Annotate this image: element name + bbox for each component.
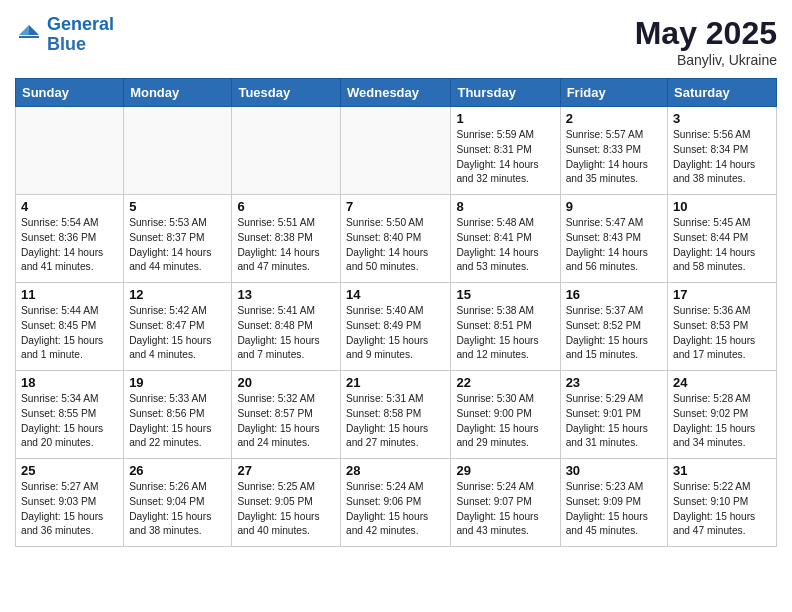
column-header-saturday: Saturday [668, 79, 777, 107]
day-info: Sunrise: 5:37 AMSunset: 8:52 PMDaylight:… [566, 304, 662, 363]
week-row-3: 11Sunrise: 5:44 AMSunset: 8:45 PMDayligh… [16, 283, 777, 371]
logo-icon [15, 21, 43, 49]
calendar-cell: 29Sunrise: 5:24 AMSunset: 9:07 PMDayligh… [451, 459, 560, 547]
column-header-monday: Monday [124, 79, 232, 107]
day-info: Sunrise: 5:51 AMSunset: 8:38 PMDaylight:… [237, 216, 335, 275]
calendar-cell: 26Sunrise: 5:26 AMSunset: 9:04 PMDayligh… [124, 459, 232, 547]
calendar-cell: 30Sunrise: 5:23 AMSunset: 9:09 PMDayligh… [560, 459, 667, 547]
day-number: 9 [566, 199, 662, 214]
column-header-tuesday: Tuesday [232, 79, 341, 107]
day-info: Sunrise: 5:28 AMSunset: 9:02 PMDaylight:… [673, 392, 771, 451]
day-number: 5 [129, 199, 226, 214]
title-block: May 2025 Banyliv, Ukraine [635, 15, 777, 68]
day-info: Sunrise: 5:29 AMSunset: 9:01 PMDaylight:… [566, 392, 662, 451]
day-number: 11 [21, 287, 118, 302]
day-number: 10 [673, 199, 771, 214]
day-number: 17 [673, 287, 771, 302]
calendar-cell: 19Sunrise: 5:33 AMSunset: 8:56 PMDayligh… [124, 371, 232, 459]
calendar-cell: 18Sunrise: 5:34 AMSunset: 8:55 PMDayligh… [16, 371, 124, 459]
column-header-sunday: Sunday [16, 79, 124, 107]
day-info: Sunrise: 5:45 AMSunset: 8:44 PMDaylight:… [673, 216, 771, 275]
calendar-cell: 23Sunrise: 5:29 AMSunset: 9:01 PMDayligh… [560, 371, 667, 459]
day-number: 30 [566, 463, 662, 478]
day-number: 4 [21, 199, 118, 214]
calendar-cell: 12Sunrise: 5:42 AMSunset: 8:47 PMDayligh… [124, 283, 232, 371]
day-info: Sunrise: 5:34 AMSunset: 8:55 PMDaylight:… [21, 392, 118, 451]
day-info: Sunrise: 5:24 AMSunset: 9:06 PMDaylight:… [346, 480, 445, 539]
day-info: Sunrise: 5:47 AMSunset: 8:43 PMDaylight:… [566, 216, 662, 275]
day-info: Sunrise: 5:54 AMSunset: 8:36 PMDaylight:… [21, 216, 118, 275]
calendar-cell: 20Sunrise: 5:32 AMSunset: 8:57 PMDayligh… [232, 371, 341, 459]
day-info: Sunrise: 5:36 AMSunset: 8:53 PMDaylight:… [673, 304, 771, 363]
calendar-cell: 8Sunrise: 5:48 AMSunset: 8:41 PMDaylight… [451, 195, 560, 283]
location-subtitle: Banyliv, Ukraine [635, 52, 777, 68]
calendar-cell: 10Sunrise: 5:45 AMSunset: 8:44 PMDayligh… [668, 195, 777, 283]
calendar-cell: 6Sunrise: 5:51 AMSunset: 8:38 PMDaylight… [232, 195, 341, 283]
day-number: 6 [237, 199, 335, 214]
calendar-cell: 15Sunrise: 5:38 AMSunset: 8:51 PMDayligh… [451, 283, 560, 371]
day-info: Sunrise: 5:38 AMSunset: 8:51 PMDaylight:… [456, 304, 554, 363]
logo-text: General Blue [47, 15, 114, 55]
day-number: 27 [237, 463, 335, 478]
day-info: Sunrise: 5:26 AMSunset: 9:04 PMDaylight:… [129, 480, 226, 539]
column-header-wednesday: Wednesday [341, 79, 451, 107]
day-number: 31 [673, 463, 771, 478]
day-number: 25 [21, 463, 118, 478]
calendar-cell: 24Sunrise: 5:28 AMSunset: 9:02 PMDayligh… [668, 371, 777, 459]
calendar-cell: 13Sunrise: 5:41 AMSunset: 8:48 PMDayligh… [232, 283, 341, 371]
month-year-title: May 2025 [635, 15, 777, 52]
page-header: General Blue May 2025 Banyliv, Ukraine [15, 15, 777, 68]
calendar-cell: 22Sunrise: 5:30 AMSunset: 9:00 PMDayligh… [451, 371, 560, 459]
calendar-cell [124, 107, 232, 195]
calendar-cell: 28Sunrise: 5:24 AMSunset: 9:06 PMDayligh… [341, 459, 451, 547]
day-number: 23 [566, 375, 662, 390]
day-info: Sunrise: 5:48 AMSunset: 8:41 PMDaylight:… [456, 216, 554, 275]
day-number: 22 [456, 375, 554, 390]
calendar-cell: 16Sunrise: 5:37 AMSunset: 8:52 PMDayligh… [560, 283, 667, 371]
day-number: 1 [456, 111, 554, 126]
calendar-cell: 3Sunrise: 5:56 AMSunset: 8:34 PMDaylight… [668, 107, 777, 195]
calendar-cell: 7Sunrise: 5:50 AMSunset: 8:40 PMDaylight… [341, 195, 451, 283]
week-row-5: 25Sunrise: 5:27 AMSunset: 9:03 PMDayligh… [16, 459, 777, 547]
day-number: 12 [129, 287, 226, 302]
day-info: Sunrise: 5:33 AMSunset: 8:56 PMDaylight:… [129, 392, 226, 451]
day-number: 19 [129, 375, 226, 390]
calendar-cell: 21Sunrise: 5:31 AMSunset: 8:58 PMDayligh… [341, 371, 451, 459]
calendar-cell: 14Sunrise: 5:40 AMSunset: 8:49 PMDayligh… [341, 283, 451, 371]
day-number: 18 [21, 375, 118, 390]
day-info: Sunrise: 5:50 AMSunset: 8:40 PMDaylight:… [346, 216, 445, 275]
logo-line2: Blue [47, 34, 86, 54]
day-number: 26 [129, 463, 226, 478]
day-number: 8 [456, 199, 554, 214]
day-number: 20 [237, 375, 335, 390]
day-number: 15 [456, 287, 554, 302]
day-info: Sunrise: 5:53 AMSunset: 8:37 PMDaylight:… [129, 216, 226, 275]
day-info: Sunrise: 5:41 AMSunset: 8:48 PMDaylight:… [237, 304, 335, 363]
column-header-thursday: Thursday [451, 79, 560, 107]
calendar-cell: 1Sunrise: 5:59 AMSunset: 8:31 PMDaylight… [451, 107, 560, 195]
logo: General Blue [15, 15, 114, 55]
day-info: Sunrise: 5:30 AMSunset: 9:00 PMDaylight:… [456, 392, 554, 451]
day-info: Sunrise: 5:24 AMSunset: 9:07 PMDaylight:… [456, 480, 554, 539]
day-number: 28 [346, 463, 445, 478]
calendar-cell: 9Sunrise: 5:47 AMSunset: 8:43 PMDaylight… [560, 195, 667, 283]
day-number: 13 [237, 287, 335, 302]
day-info: Sunrise: 5:32 AMSunset: 8:57 PMDaylight:… [237, 392, 335, 451]
day-number: 7 [346, 199, 445, 214]
day-info: Sunrise: 5:22 AMSunset: 9:10 PMDaylight:… [673, 480, 771, 539]
week-row-4: 18Sunrise: 5:34 AMSunset: 8:55 PMDayligh… [16, 371, 777, 459]
day-info: Sunrise: 5:27 AMSunset: 9:03 PMDaylight:… [21, 480, 118, 539]
day-number: 14 [346, 287, 445, 302]
calendar-header-row: SundayMondayTuesdayWednesdayThursdayFrid… [16, 79, 777, 107]
calendar-cell: 11Sunrise: 5:44 AMSunset: 8:45 PMDayligh… [16, 283, 124, 371]
day-info: Sunrise: 5:40 AMSunset: 8:49 PMDaylight:… [346, 304, 445, 363]
calendar-cell: 5Sunrise: 5:53 AMSunset: 8:37 PMDaylight… [124, 195, 232, 283]
day-number: 3 [673, 111, 771, 126]
day-info: Sunrise: 5:59 AMSunset: 8:31 PMDaylight:… [456, 128, 554, 187]
calendar-cell: 2Sunrise: 5:57 AMSunset: 8:33 PMDaylight… [560, 107, 667, 195]
calendar-cell [16, 107, 124, 195]
day-number: 2 [566, 111, 662, 126]
calendar-cell [232, 107, 341, 195]
day-info: Sunrise: 5:57 AMSunset: 8:33 PMDaylight:… [566, 128, 662, 187]
day-info: Sunrise: 5:31 AMSunset: 8:58 PMDaylight:… [346, 392, 445, 451]
